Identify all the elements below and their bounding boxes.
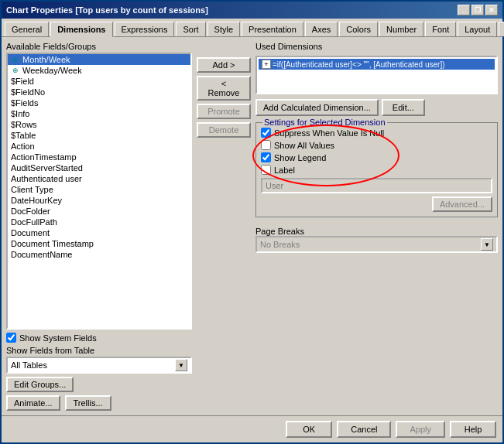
list-item[interactable]: Client Type [8,184,190,195]
list-item[interactable]: $Table [8,130,190,141]
list-item[interactable]: Document Timestamp [8,238,190,249]
tab-layout[interactable]: Layout [458,22,497,36]
tab-dimensions[interactable]: Dimensions [50,22,112,37]
window-title: Chart Properties [Top users by count of … [6,5,208,15]
tab-number[interactable]: Number [379,22,423,36]
center-buttons: Add > < Remove Promote Demote [197,42,251,411]
tab-sort[interactable]: Sort [176,22,205,36]
apply-button[interactable]: Apply [396,421,445,438]
cancel-button[interactable]: Cancel [337,421,391,438]
list-item[interactable]: Authenticated user [8,173,190,184]
list-item[interactable]: ⊕ Month/Week [8,54,190,65]
combo-arrow-icon[interactable]: ▼ [175,359,187,371]
used-dimensions-label: Used Dimensions [255,42,498,51]
settings-group: Settings for Selected Dimension Suppress… [255,122,498,217]
tab-caption[interactable]: Caption [499,22,504,36]
list-item[interactable]: ActionTimestamp [8,152,190,162]
expand-icon[interactable]: + [262,60,271,69]
promote-button[interactable]: Promote [197,104,251,119]
label-checkbox[interactable] [261,165,271,175]
show-all-values-row: Show All Values [261,140,492,150]
edit-dimension-button[interactable]: Edit... [382,99,425,116]
settings-content: Suppress When Value Is Null Show All Val… [261,128,492,175]
show-all-values-checkbox[interactable] [261,140,271,150]
list-item[interactable]: $Info [8,108,190,119]
left-panel: Available Fields/Groups ⊕ Month/Week ⊕ W… [6,42,192,411]
list-item[interactable]: Document [8,227,190,238]
show-system-fields-checkbox[interactable] [6,333,16,343]
main-content: Available Fields/Groups ⊕ Month/Week ⊕ W… [2,37,502,415]
tab-axes[interactable]: Axes [305,22,338,36]
tab-expressions[interactable]: Expressions [115,22,175,36]
advanced-button[interactable]: Advanced... [432,196,492,212]
list-item[interactable]: $Field [8,76,190,87]
show-fields-from-section: Show Fields from Table All Tables ▼ [6,346,192,374]
show-all-values-label[interactable]: Show All Values [274,141,334,150]
tab-general[interactable]: General [5,22,49,36]
title-bar-buttons: _ ❐ ✕ [458,5,498,15]
used-dimensions-box: + =if([Authenticated user]<> "", [Authen… [255,56,498,94]
list-item[interactable]: DateHourKey [8,195,190,206]
list-item[interactable]: DocFolder [8,206,190,217]
show-system-fields-label[interactable]: Show System Fields [19,333,97,343]
available-fields-label: Available Fields/Groups [6,42,192,51]
page-breaks-section: Page Breaks No Breaks ▼ [255,224,498,253]
list-item[interactable]: ⊕ Weekday/Week [8,65,190,76]
list-item[interactable]: $Rows [8,119,190,130]
trellis-button[interactable]: Trellis... [65,395,111,411]
right-panel: Used Dimensions + =if([Authenticated use… [255,42,498,411]
action-bar: OK Cancel Apply Help [2,415,502,442]
settings-group-label: Settings for Selected Dimension [262,118,387,127]
help-button[interactable]: Help [450,421,496,438]
calendar-icon: ⊕ [11,55,20,64]
page-breaks-combo[interactable]: No Breaks ▼ [255,236,498,253]
show-legend-checkbox[interactable] [261,152,271,162]
show-fields-from-label: Show Fields from Table [6,346,192,355]
show-legend-label[interactable]: Show Legend [274,153,326,162]
advanced-row: Advanced... [261,196,492,212]
tabs-bar: General Dimensions Expressions Sort Styl… [2,19,502,37]
available-fields-listbox[interactable]: ⊕ Month/Week ⊕ Weekday/Week $Field $Fiel… [6,53,192,330]
list-item[interactable]: $FieldNo [8,87,190,97]
tab-presentation[interactable]: Presentation [242,22,303,36]
list-item[interactable]: Action [8,141,190,152]
title-bar: Chart Properties [Top users by count of … [2,2,502,19]
add-button[interactable]: Add > [197,57,251,73]
list-item[interactable]: AuditServerStarted [8,162,190,173]
add-calculated-button[interactable]: Add Calculated Dimension... [255,99,379,116]
calc-edit-row: Add Calculated Dimension... Edit... [255,99,498,116]
show-fields-combo[interactable]: All Tables ▼ [6,357,192,374]
bottom-buttons-left: Edit Groups... [6,377,192,392]
label-input[interactable] [261,178,492,193]
suppress-null-checkbox[interactable] [261,128,271,138]
edit-groups-button[interactable]: Edit Groups... [6,377,74,392]
minimize-button[interactable]: _ [458,5,470,15]
list-item[interactable]: $Fields [8,97,190,108]
show-system-fields-row: Show System Fields [6,333,192,343]
suppress-null-row: Suppress When Value Is Null [261,128,492,138]
calendar-icon: ⊕ [11,66,20,75]
tab-style[interactable]: Style [207,22,240,36]
page-breaks-arrow-icon[interactable]: ▼ [481,238,493,251]
main-area: Available Fields/Groups ⊕ Month/Week ⊕ W… [6,42,498,411]
animate-button[interactable]: Animate... [6,395,60,411]
list-item[interactable]: DocumentName [8,249,190,260]
show-legend-row: Show Legend [261,152,492,162]
list-item[interactable]: DocFullPath [8,217,190,227]
restore-button[interactable]: ❐ [471,5,484,15]
page-breaks-label: Page Breaks [255,227,498,236]
label-row: Label [261,165,492,175]
close-button[interactable]: ✕ [485,5,498,15]
ok-button[interactable]: OK [286,421,332,438]
dimension-item[interactable]: + =if([Authenticated user]<> "", [Authen… [259,59,495,70]
suppress-null-label[interactable]: Suppress When Value Is Null [274,128,384,138]
animate-trellis-row: Animate... Trellis... [6,395,192,411]
main-window: Chart Properties [Top users by count of … [0,0,504,444]
show-fields-combo-row: All Tables ▼ [6,357,192,374]
demote-button[interactable]: Demote [197,122,251,138]
label-label[interactable]: Label [274,166,295,175]
remove-button[interactable]: < Remove [197,76,251,101]
tab-font[interactable]: Font [425,22,456,36]
tab-colors[interactable]: Colors [339,22,378,36]
